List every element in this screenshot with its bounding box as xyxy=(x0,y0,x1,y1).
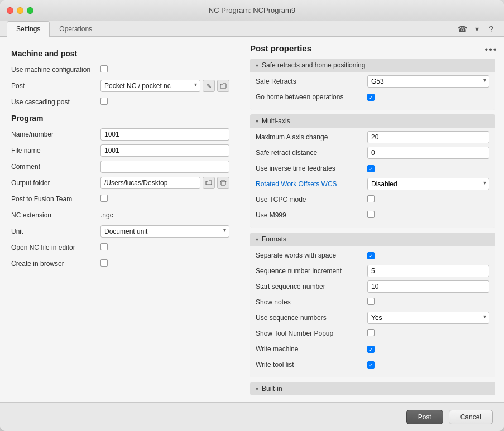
tabs: Settings Operations xyxy=(7,21,102,36)
post-dropdown[interactable]: Pocket NC / pocket nc xyxy=(100,80,200,92)
post-edit-button[interactable]: ✎ xyxy=(203,80,215,92)
inverse-time-feedrates-checkbox[interactable] xyxy=(367,165,375,172)
tab-operations[interactable]: Operations xyxy=(50,21,102,36)
safe-retract-dist-label: Safe retract distance xyxy=(256,149,367,157)
output-folder-row: Output folder xyxy=(11,177,229,189)
main-content: Machine and post Use machine configurati… xyxy=(0,37,504,402)
built-in-label: Built-in xyxy=(262,385,282,393)
use-machine-config-checkbox[interactable] xyxy=(100,65,108,72)
safe-retracts-section: ▾ Safe retracts and home positioning Saf… xyxy=(250,59,495,110)
maximize-button[interactable] xyxy=(27,7,33,14)
nc-extension-row: NC extension .ngc xyxy=(11,209,229,221)
title-bar: NC Program: NCProgram9 xyxy=(0,0,504,21)
safe-retract-dist-input[interactable] xyxy=(367,147,489,159)
left-panel: Machine and post Use machine configurati… xyxy=(0,37,241,402)
file-name-label: File name xyxy=(11,147,100,154)
cancel-button[interactable]: Cancel xyxy=(449,410,493,424)
post-folder-button[interactable] xyxy=(217,80,229,92)
write-machine-label: Write machine xyxy=(256,345,367,353)
minimize-button[interactable] xyxy=(17,7,23,14)
post-to-fusion-row: Post to Fusion Team xyxy=(11,193,229,205)
show-tool-popup-checkbox[interactable] xyxy=(367,329,375,336)
comment-label: Comment xyxy=(11,163,100,171)
show-tool-popup-label: Show Tool Number Popup xyxy=(256,330,367,337)
post-button[interactable]: Post xyxy=(406,410,443,424)
formats-section: ▾ Formats Separate words with space Sequ… xyxy=(250,233,495,377)
comment-input[interactable] xyxy=(100,161,229,173)
create-browser-label: Create in browser xyxy=(11,260,100,268)
safe-retracts-dropdown[interactable]: G53 G28 None xyxy=(367,75,489,88)
tabs-bar: Settings Operations ☎ ▾ ? xyxy=(0,21,504,37)
nc-extension-value: .ngc xyxy=(100,211,113,219)
formats-header[interactable]: ▾ Formats xyxy=(250,233,495,246)
rotated-wcs-label[interactable]: Rotated Work Offsets WCS xyxy=(256,180,367,188)
window-title: NC Program: NCProgram9 xyxy=(209,6,295,14)
unit-dropdown[interactable]: Document unit xyxy=(100,225,229,238)
max-a-axis-input[interactable] xyxy=(367,131,489,143)
rotated-wcs-row: Rotated Work Offsets WCS Disabled Enable… xyxy=(256,178,489,190)
post-to-fusion-checkbox[interactable] xyxy=(100,195,108,202)
output-folder-open-button[interactable] xyxy=(217,177,229,189)
output-folder-browse-button[interactable] xyxy=(203,177,215,189)
seq-num-increment-input[interactable] xyxy=(367,265,489,277)
more-options-button[interactable]: ••• xyxy=(485,43,497,56)
max-a-axis-label: Maximum A axis change xyxy=(256,133,367,141)
open-nc-checkbox[interactable] xyxy=(100,243,108,250)
use-machine-config-row: Use machine configuration xyxy=(11,64,229,76)
safe-retracts-header[interactable]: ▾ Safe retracts and home positioning xyxy=(250,59,495,72)
formats-arrow: ▾ xyxy=(256,236,258,243)
write-machine-checkbox[interactable] xyxy=(367,346,375,353)
use-machine-config-label: Use machine configuration xyxy=(11,66,100,74)
name-number-label: Name/number xyxy=(11,130,100,138)
multi-axis-label: Multi-axis xyxy=(262,117,290,125)
write-tool-list-checkbox[interactable] xyxy=(367,361,375,369)
footer: Post Cancel xyxy=(0,402,504,431)
nc-extension-label: NC extension xyxy=(11,211,100,219)
write-machine-row: Write machine xyxy=(256,343,489,355)
show-notes-label: Show notes xyxy=(256,298,367,306)
start-seq-num-input[interactable] xyxy=(367,280,489,293)
built-in-arrow: ▾ xyxy=(256,386,258,392)
file-name-input[interactable] xyxy=(100,144,229,157)
seq-num-increment-label: Sequence number increment xyxy=(256,267,367,275)
multi-axis-header[interactable]: ▾ Multi-axis xyxy=(250,114,495,128)
formats-body: Separate words with space Sequence numbe… xyxy=(250,246,495,377)
formats-label: Formats xyxy=(262,235,286,243)
tab-settings[interactable]: Settings xyxy=(7,21,50,37)
multi-axis-section: ▾ Multi-axis Maximum A axis change Safe … xyxy=(250,114,495,228)
safe-retract-dist-row: Safe retract distance xyxy=(256,147,489,159)
start-seq-num-row: Start sequence number xyxy=(256,280,489,293)
program-section-title: Program xyxy=(11,114,229,123)
unit-row: Unit Document unit xyxy=(11,225,229,238)
output-folder-input[interactable] xyxy=(100,177,200,189)
go-home-checkbox[interactable] xyxy=(367,94,375,101)
tcpc-mode-checkbox[interactable] xyxy=(367,195,375,202)
create-browser-checkbox[interactable] xyxy=(100,259,108,267)
use-cascading-post-checkbox[interactable] xyxy=(100,98,108,105)
multi-axis-body: Maximum A axis change Safe retract dista… xyxy=(250,128,495,228)
traffic-lights xyxy=(7,7,33,14)
chevron-down-icon[interactable]: ▾ xyxy=(471,23,483,35)
phone-icon[interactable]: ☎ xyxy=(456,23,468,35)
help-icon[interactable]: ? xyxy=(485,23,497,35)
built-in-section: ▾ Built-in xyxy=(250,382,495,395)
use-seq-numbers-dropdown[interactable]: Yes No xyxy=(367,312,489,324)
start-seq-num-label: Start sequence number xyxy=(256,283,367,290)
show-notes-checkbox[interactable] xyxy=(367,298,375,305)
name-number-input[interactable] xyxy=(100,128,229,141)
multi-axis-arrow: ▾ xyxy=(256,118,258,124)
separate-words-checkbox[interactable] xyxy=(367,252,375,259)
close-button[interactable] xyxy=(7,7,13,14)
show-tool-popup-row: Show Tool Number Popup xyxy=(256,327,489,340)
safe-retracts-body: Safe Retracts G53 G28 None xyxy=(250,72,495,110)
use-cascading-post-row: Use cascading post xyxy=(11,96,229,108)
use-m999-checkbox[interactable] xyxy=(367,211,375,218)
inverse-time-feedrates-label: Use inverse time feedrates xyxy=(256,164,367,172)
separate-words-row: Separate words with space xyxy=(256,249,489,261)
built-in-header[interactable]: ▾ Built-in xyxy=(250,382,495,395)
inverse-time-feedrates-row: Use inverse time feedrates xyxy=(256,162,489,175)
safe-retracts-arrow: ▾ xyxy=(256,62,258,69)
write-tool-list-row: Write tool list xyxy=(256,359,489,371)
show-notes-row: Show notes xyxy=(256,296,489,308)
rotated-wcs-dropdown[interactable]: Disabled Enabled xyxy=(367,178,489,190)
